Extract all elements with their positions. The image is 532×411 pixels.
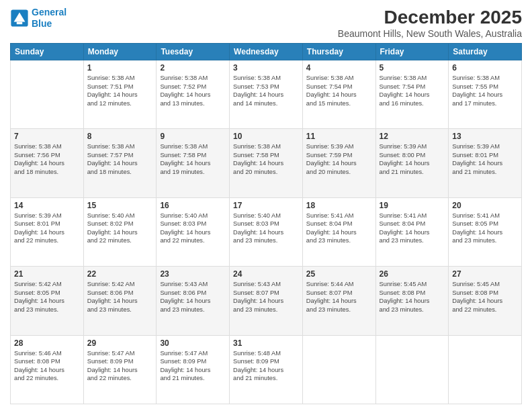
day-info: Sunrise: 5:45 AM Sunset: 8:08 PM Dayligh… xyxy=(452,280,518,314)
week-row-1: 1Sunrise: 5:38 AM Sunset: 7:51 PM Daylig… xyxy=(11,60,522,129)
day-number: 3 xyxy=(233,63,299,73)
day-info: Sunrise: 5:41 AM Sunset: 8:04 PM Dayligh… xyxy=(380,212,445,245)
day-number: 5 xyxy=(380,63,445,73)
day-info: Sunrise: 5:38 AM Sunset: 7:58 PM Dayligh… xyxy=(233,142,299,176)
day-number: 27 xyxy=(452,269,518,279)
day-number: 1 xyxy=(87,63,153,73)
day-cell xyxy=(302,335,375,404)
day-number: 9 xyxy=(160,132,226,141)
day-number: 25 xyxy=(306,269,372,279)
day-cell: 20Sunrise: 5:41 AM Sunset: 8:05 PM Dayli… xyxy=(449,197,522,266)
day-cell: 6Sunrise: 5:38 AM Sunset: 7:55 PM Daylig… xyxy=(449,60,522,129)
day-info: Sunrise: 5:40 AM Sunset: 8:03 PM Dayligh… xyxy=(160,212,226,245)
day-info: Sunrise: 5:44 AM Sunset: 8:07 PM Dayligh… xyxy=(306,280,372,314)
day-cell: 21Sunrise: 5:42 AM Sunset: 8:05 PM Dayli… xyxy=(11,267,84,335)
col-header-thursday: Thursday xyxy=(302,44,375,60)
day-info: Sunrise: 5:48 AM Sunset: 8:09 PM Dayligh… xyxy=(233,349,299,383)
day-cell: 12Sunrise: 5:39 AM Sunset: 8:00 PM Dayli… xyxy=(375,129,449,197)
day-number: 13 xyxy=(452,132,518,141)
day-info: Sunrise: 5:46 AM Sunset: 8:08 PM Dayligh… xyxy=(14,349,80,383)
day-cell: 16Sunrise: 5:40 AM Sunset: 8:03 PM Dayli… xyxy=(157,197,230,266)
day-cell: 26Sunrise: 5:45 AM Sunset: 8:08 PM Dayli… xyxy=(375,267,449,335)
day-cell: 10Sunrise: 5:38 AM Sunset: 7:58 PM Dayli… xyxy=(230,129,303,197)
day-info: Sunrise: 5:42 AM Sunset: 8:06 PM Dayligh… xyxy=(87,280,153,314)
day-number: 11 xyxy=(306,132,372,141)
day-cell: 8Sunrise: 5:38 AM Sunset: 7:57 PM Daylig… xyxy=(83,129,157,197)
day-cell: 1Sunrise: 5:38 AM Sunset: 7:51 PM Daylig… xyxy=(83,60,157,129)
day-number: 24 xyxy=(233,269,299,279)
day-number: 6 xyxy=(452,63,518,73)
day-cell: 30Sunrise: 5:47 AM Sunset: 8:09 PM Dayli… xyxy=(157,335,230,404)
day-info: Sunrise: 5:38 AM Sunset: 7:56 PM Dayligh… xyxy=(14,142,80,176)
day-info: Sunrise: 5:43 AM Sunset: 8:06 PM Dayligh… xyxy=(160,280,226,314)
col-header-saturday: Saturday xyxy=(449,44,522,60)
day-cell: 4Sunrise: 5:38 AM Sunset: 7:54 PM Daylig… xyxy=(302,60,375,129)
main-title: December 2025 xyxy=(338,7,522,28)
day-number: 16 xyxy=(160,201,226,210)
day-number: 30 xyxy=(160,338,226,348)
day-cell xyxy=(375,335,449,404)
day-cell: 11Sunrise: 5:39 AM Sunset: 7:59 PM Dayli… xyxy=(302,129,375,197)
day-info: Sunrise: 5:38 AM Sunset: 7:58 PM Dayligh… xyxy=(160,142,226,176)
svg-rect-2 xyxy=(17,21,22,24)
day-cell: 23Sunrise: 5:43 AM Sunset: 8:06 PM Dayli… xyxy=(157,267,230,335)
logo: General Blue xyxy=(10,7,66,30)
day-info: Sunrise: 5:38 AM Sunset: 7:52 PM Dayligh… xyxy=(160,74,226,107)
col-header-friday: Friday xyxy=(375,44,449,60)
day-info: Sunrise: 5:38 AM Sunset: 7:57 PM Dayligh… xyxy=(87,142,153,176)
day-cell: 2Sunrise: 5:38 AM Sunset: 7:52 PM Daylig… xyxy=(157,60,230,129)
day-cell: 5Sunrise: 5:38 AM Sunset: 7:54 PM Daylig… xyxy=(375,60,449,129)
day-cell xyxy=(11,60,84,129)
week-row-3: 14Sunrise: 5:39 AM Sunset: 8:01 PM Dayli… xyxy=(11,197,522,266)
day-number: 20 xyxy=(452,201,518,210)
col-header-sunday: Sunday xyxy=(11,44,84,60)
day-info: Sunrise: 5:43 AM Sunset: 8:07 PM Dayligh… xyxy=(233,280,299,314)
day-info: Sunrise: 5:39 AM Sunset: 8:01 PM Dayligh… xyxy=(14,212,80,245)
day-number: 10 xyxy=(233,132,299,141)
day-number: 23 xyxy=(160,269,226,279)
day-number: 17 xyxy=(233,201,299,210)
day-info: Sunrise: 5:47 AM Sunset: 8:09 PM Dayligh… xyxy=(160,349,226,383)
header: General Blue December 2025 Beaumont Hill… xyxy=(10,7,522,39)
day-info: Sunrise: 5:38 AM Sunset: 7:51 PM Dayligh… xyxy=(87,74,153,107)
logo-icon xyxy=(10,9,29,28)
day-number: 28 xyxy=(14,338,80,348)
subtitle: Beaumont Hills, New South Wales, Austral… xyxy=(338,28,522,39)
day-number: 22 xyxy=(87,269,153,279)
day-number: 14 xyxy=(14,201,80,210)
col-header-wednesday: Wednesday xyxy=(230,44,303,60)
page: General Blue December 2025 Beaumont Hill… xyxy=(0,0,532,411)
day-info: Sunrise: 5:38 AM Sunset: 7:54 PM Dayligh… xyxy=(306,74,372,107)
calendar-header-row: SundayMondayTuesdayWednesdayThursdayFrid… xyxy=(11,44,522,60)
day-info: Sunrise: 5:39 AM Sunset: 8:01 PM Dayligh… xyxy=(452,142,518,176)
day-cell: 27Sunrise: 5:45 AM Sunset: 8:08 PM Dayli… xyxy=(449,267,522,335)
day-cell: 29Sunrise: 5:47 AM Sunset: 8:09 PM Dayli… xyxy=(83,335,157,404)
day-cell: 18Sunrise: 5:41 AM Sunset: 8:04 PM Dayli… xyxy=(302,197,375,266)
day-cell: 13Sunrise: 5:39 AM Sunset: 8:01 PM Dayli… xyxy=(449,129,522,197)
day-number: 4 xyxy=(306,63,372,73)
title-block: December 2025 Beaumont Hills, New South … xyxy=(338,7,522,39)
day-cell: 24Sunrise: 5:43 AM Sunset: 8:07 PM Dayli… xyxy=(230,267,303,335)
day-info: Sunrise: 5:42 AM Sunset: 8:05 PM Dayligh… xyxy=(14,280,80,314)
day-info: Sunrise: 5:41 AM Sunset: 8:05 PM Dayligh… xyxy=(452,212,518,245)
week-row-5: 28Sunrise: 5:46 AM Sunset: 8:08 PM Dayli… xyxy=(11,335,522,404)
day-cell: 3Sunrise: 5:38 AM Sunset: 7:53 PM Daylig… xyxy=(230,60,303,129)
day-number: 8 xyxy=(87,132,153,141)
day-number: 26 xyxy=(380,269,445,279)
day-info: Sunrise: 5:39 AM Sunset: 8:00 PM Dayligh… xyxy=(380,142,445,176)
day-cell: 14Sunrise: 5:39 AM Sunset: 8:01 PM Dayli… xyxy=(11,197,84,266)
day-number: 2 xyxy=(160,63,226,73)
logo-general: General xyxy=(32,7,66,17)
logo-blue: Blue xyxy=(32,18,66,30)
day-info: Sunrise: 5:39 AM Sunset: 7:59 PM Dayligh… xyxy=(306,142,372,176)
day-info: Sunrise: 5:38 AM Sunset: 7:55 PM Dayligh… xyxy=(452,74,518,107)
day-number: 29 xyxy=(87,338,153,348)
calendar-table: SundayMondayTuesdayWednesdayThursdayFrid… xyxy=(10,43,522,404)
day-number: 12 xyxy=(380,132,445,141)
day-cell: 28Sunrise: 5:46 AM Sunset: 8:08 PM Dayli… xyxy=(11,335,84,404)
day-number: 31 xyxy=(233,338,299,348)
day-number: 19 xyxy=(380,201,445,210)
day-cell: 9Sunrise: 5:38 AM Sunset: 7:58 PM Daylig… xyxy=(157,129,230,197)
day-cell: 25Sunrise: 5:44 AM Sunset: 8:07 PM Dayli… xyxy=(302,267,375,335)
week-row-2: 7Sunrise: 5:38 AM Sunset: 7:56 PM Daylig… xyxy=(11,129,522,197)
